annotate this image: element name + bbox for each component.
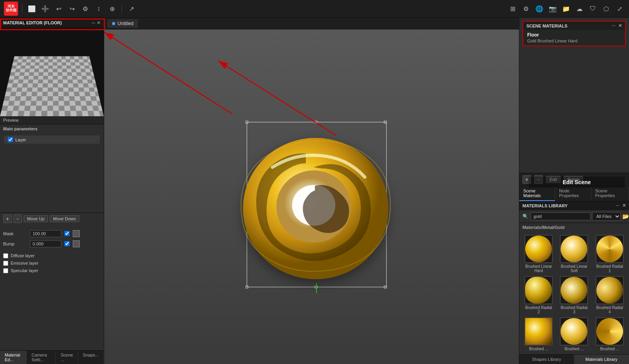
emissive-checkbox[interactable] <box>3 261 8 266</box>
minimize-mat-lib-button[interactable]: ─ <box>616 203 619 208</box>
new-scene-button[interactable]: ⬜ <box>26 3 37 14</box>
export-button[interactable]: ↗ <box>126 3 137 14</box>
bump-input[interactable]: 0.000 <box>30 240 61 247</box>
layers-button[interactable]: ⊞ <box>507 3 518 14</box>
add-scene-mat-button[interactable]: + <box>522 175 531 184</box>
filter-select[interactable]: All Files <box>592 212 621 221</box>
layer-checkbox[interactable] <box>8 137 13 142</box>
mat-item-extra-2[interactable]: Brushed ... <box>558 317 590 351</box>
mask-label: Mask <box>3 231 27 236</box>
search-icon: 🔍 <box>522 214 528 219</box>
edit-button[interactable]: Edit <box>546 176 561 183</box>
mat-label-5: Brushed Radial 3 <box>560 305 588 314</box>
move-down-button[interactable]: Move Down <box>50 215 79 222</box>
tab-snaps[interactable]: Snaps... <box>78 351 104 364</box>
tab-materials-library[interactable]: Materials Library <box>574 355 629 364</box>
diffuse-label: Diffuse layer <box>11 253 35 258</box>
tab-scene-properties[interactable]: Scene Properties <box>591 186 629 201</box>
diffuse-checkbox[interactable] <box>3 253 8 258</box>
remove-scene-mat-button[interactable]: - <box>534 175 543 184</box>
bump-row: Bump 0.000 <box>0 239 104 249</box>
floor-material-name: Floor <box>527 32 621 38</box>
mat-thumb-5[interactable] <box>560 276 588 304</box>
emissive-layer-row[interactable]: Emissive layer <box>0 260 104 267</box>
tab-scene[interactable]: Scene ... <box>56 351 78 364</box>
tab-dot <box>112 22 115 25</box>
layer-item[interactable]: Layer <box>4 135 100 144</box>
render-button[interactable]: ⚙ <box>80 3 91 14</box>
minimize-scene-mat-button[interactable]: ─ <box>612 23 615 28</box>
left-panel: MATERIAL EDITOR (FLOOR) ─ ✕ Preview Main… <box>0 18 104 364</box>
box-button[interactable]: ⬡ <box>601 3 612 14</box>
settings-button[interactable]: ⚙ <box>520 3 532 14</box>
mat-thumb-3[interactable] <box>596 235 624 263</box>
search-input[interactable] <box>531 212 590 220</box>
mat-item-brushed-radial-3[interactable]: Brushed Radial 3 <box>558 276 590 314</box>
snap-button[interactable]: ⊕ <box>107 3 118 14</box>
mat-thumb-9[interactable] <box>596 317 624 346</box>
undo-button[interactable]: ↩ <box>53 3 64 14</box>
scene-material-floor-item[interactable]: Floor Gold Brushed Linear Hard <box>523 30 625 46</box>
toolbar-right: ⊞ ⚙ 🌐 📷 📁 ☁ 🛡 ⬡ ⤢ <box>507 3 625 14</box>
mask-swatch[interactable] <box>73 230 80 237</box>
mat-item-extra-1[interactable]: Brushed ... <box>522 317 555 351</box>
tab-scene-materials[interactable]: Scene Materials <box>519 186 555 201</box>
close-scene-mat-button[interactable]: ✕ <box>618 23 622 28</box>
specular-layer-row[interactable]: Specular layer <box>0 267 104 274</box>
scene-button[interactable]: Scene <box>564 176 583 183</box>
mat-item-brushed-linear-hard[interactable]: Brushed Linear Hard <box>522 235 555 273</box>
close-panel-button[interactable]: ✕ <box>97 20 101 26</box>
tab-material-editor[interactable]: Material Ed... <box>0 351 27 364</box>
bump-label: Bump <box>3 241 27 246</box>
viewport-tabs: Untitled <box>104 18 519 29</box>
camera-button[interactable]: 📷 <box>547 3 558 14</box>
bump-checkbox[interactable] <box>64 241 70 246</box>
material-editor-title: MATERIAL EDITOR (FLOOR) <box>3 20 62 25</box>
mask-input[interactable]: 100.00 <box>30 230 61 237</box>
add-layer-button[interactable]: + <box>3 214 12 223</box>
layer-actions: + - Move Up Move Down <box>0 212 104 225</box>
mat-thumb-7[interactable] <box>524 317 553 346</box>
tab-camera-settings[interactable]: Camera Setti... <box>27 351 56 364</box>
move-up-button[interactable]: Move Up <box>24 215 48 222</box>
mat-item-extra-3[interactable]: Brushed ... <box>594 317 626 351</box>
mat-thumb-2[interactable] <box>560 235 588 263</box>
app-logo: 河东软件园 <box>4 2 18 16</box>
expand-button[interactable]: ⤢ <box>614 3 625 14</box>
tab-shapes-library[interactable]: Shapes Library <box>519 355 574 364</box>
mat-thumb-4[interactable] <box>524 276 553 304</box>
folder-icon[interactable]: 📂 <box>622 213 629 219</box>
redo-button[interactable]: ↪ <box>66 3 77 14</box>
diffuse-layer-row[interactable]: Diffuse layer <box>0 252 104 260</box>
viewport[interactable]: Untitled <box>104 18 519 364</box>
remove-layer-button[interactable]: - <box>13 214 22 223</box>
close-mat-lib-button[interactable]: ✕ <box>622 203 626 208</box>
minimize-panel-button[interactable]: ─ <box>92 20 95 26</box>
mat-item-brushed-radial-4[interactable]: Brushed Radial 4 <box>594 276 626 314</box>
mat-item-brushed-radial-1[interactable]: Brushed Radial 1 <box>594 235 626 273</box>
toolbar-separator-2 <box>121 4 122 13</box>
viewport-tab-untitled[interactable]: Untitled <box>107 19 139 28</box>
transform-button[interactable]: ↕ <box>93 3 104 14</box>
cloud-button[interactable]: ☁ <box>574 3 585 14</box>
mask-row: Mask 100.00 <box>0 229 104 239</box>
mat-thumb-8[interactable] <box>560 317 588 346</box>
add-button[interactable]: ➕ <box>40 3 51 14</box>
materials-grid: Brushed Linear Hard Brushed Linear Soft … <box>519 232 629 354</box>
mask-checkbox[interactable] <box>64 231 70 236</box>
specular-checkbox[interactable] <box>3 268 8 273</box>
floor-material-sub: Gold Brushed Linear Hard <box>527 38 621 43</box>
bottom-tabs: Material Ed... Camera Setti... Scene ...… <box>0 350 104 364</box>
mat-item-brushed-radial-2[interactable]: Brushed Radial 2 <box>522 276 555 314</box>
mat-thumb-6[interactable] <box>596 276 624 304</box>
bump-swatch[interactable] <box>73 240 80 247</box>
mat-thumb-1[interactable] <box>524 235 553 263</box>
mat-lib-header-btns: ─ ✕ <box>616 203 626 208</box>
folder-button[interactable]: 📁 <box>561 3 572 14</box>
globe-button[interactable]: 🌐 <box>534 3 545 14</box>
mat-item-brushed-linear-soft[interactable]: Brushed Linear Soft <box>558 235 590 273</box>
scene-area[interactable] <box>104 29 519 364</box>
tab-node-properties[interactable]: Node Properties <box>555 186 591 201</box>
shield-button[interactable]: 🛡 <box>587 3 598 14</box>
layer-area: Layer <box>0 133 104 212</box>
